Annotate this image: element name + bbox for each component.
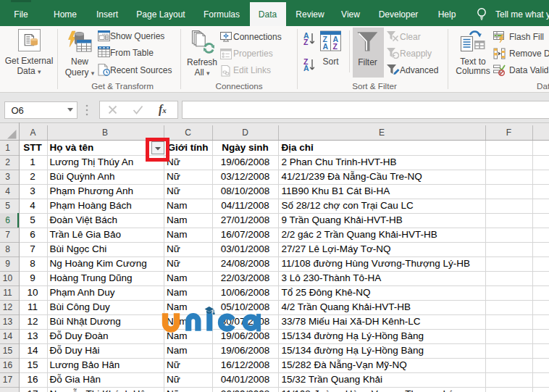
svg-text:A: A xyxy=(323,42,329,51)
svg-text:Z: Z xyxy=(303,38,309,46)
svg-text:Z: Z xyxy=(333,42,338,51)
svg-text:A: A xyxy=(303,64,309,72)
